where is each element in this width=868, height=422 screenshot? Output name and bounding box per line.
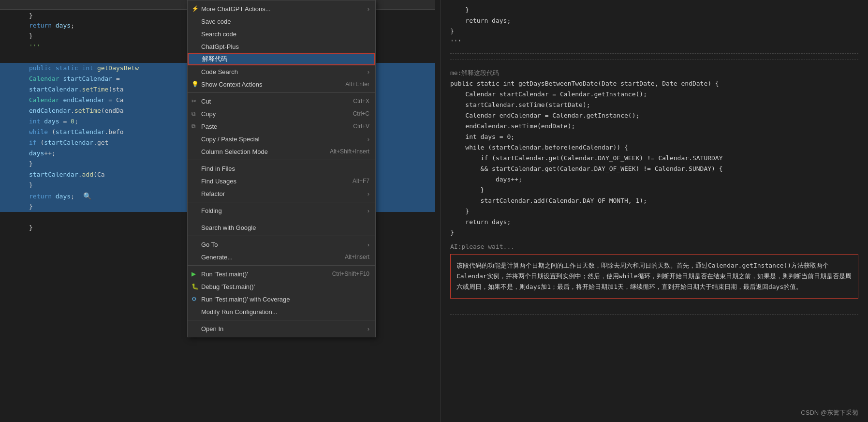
chat-code-content: Calendar startCalendar = Calendar.getIns… xyxy=(450,89,858,100)
chat-code-content: && startCalendar.get(Calendar.DAY_OF_WEE… xyxy=(450,164,858,174)
menu-divider xyxy=(188,265,375,266)
arrow-icon: › xyxy=(368,207,369,214)
menu-label: Generate... xyxy=(201,254,233,261)
ai-waiting-label: AI:please wait... xyxy=(450,243,858,250)
chat-code-content: return days; xyxy=(450,217,858,227)
shortcut-label: Ctrl+V xyxy=(353,123,369,130)
menu-item-explain-code[interactable]: 解释代码 xyxy=(188,53,375,65)
menu-label: Copy / Paste Special xyxy=(201,136,260,143)
context-menu: ⚡ More ChatGPT Actions... › Save code Se… xyxy=(187,0,376,337)
chat-code-content: startCalendar.add(Calendar.DAY_OF_MONTH,… xyxy=(450,196,858,206)
menu-label: 解释代码 xyxy=(202,55,227,63)
menu-label: Debug 'Test.main()' xyxy=(201,283,255,290)
menu-item-paste[interactable]: ⧉ Paste Ctrl+V xyxy=(188,120,375,133)
ai-response-text: 该段代码的功能是计算两个日期之间的工作日天数，即除去周六和周日的天数。首先，通过… xyxy=(456,262,852,290)
arrow-icon: › xyxy=(368,241,369,248)
menu-label: Modify Run Configuration... xyxy=(201,308,278,316)
menu-item-show-context[interactable]: 💡 Show Context Actions Alt+Enter xyxy=(188,78,375,90)
chat-divider xyxy=(450,53,858,54)
menu-label: ChatGpt-Plus xyxy=(201,43,239,50)
menu-item-go-to[interactable]: Go To › xyxy=(188,238,375,251)
run-icon: ▶ xyxy=(191,271,196,277)
menu-label: Column Selection Mode xyxy=(201,148,268,155)
menu-label: Paste xyxy=(201,123,217,130)
menu-label: Go To xyxy=(201,241,218,248)
chat-code-content: } xyxy=(450,206,858,217)
menu-label: Open In xyxy=(201,325,223,332)
chat-code-content: me:解释这段代码 xyxy=(450,68,858,78)
menu-divider xyxy=(188,236,375,236)
menu-item-copy-paste-special[interactable]: Copy / Paste Special › xyxy=(188,133,375,145)
menu-label: Refactor xyxy=(201,190,225,197)
menu-label: More ChatGPT Actions... xyxy=(201,5,271,13)
menu-item-code-search[interactable]: Code Search › xyxy=(188,65,375,78)
menu-item-modify-run[interactable]: Modify Run Configuration... xyxy=(188,305,375,318)
search-icon: 🔍 xyxy=(83,192,91,200)
menu-label: Run 'Test.main()' xyxy=(201,271,248,278)
menu-item-folding[interactable]: Folding › xyxy=(188,204,375,217)
chat-code-content: Calendar endCalendar = Calendar.getInsta… xyxy=(450,110,858,121)
menu-item-copy[interactable]: ⧉ Copy Ctrl+C xyxy=(188,107,375,120)
menu-label: Code Search xyxy=(201,68,238,75)
chat-code-content: days++; xyxy=(450,174,858,185)
watermark: CSDN @东篱下采菊 xyxy=(801,408,858,417)
shortcut-label: Alt+F7 xyxy=(353,178,369,184)
menu-item-search-google[interactable]: Search with Google xyxy=(188,221,375,234)
menu-label: Save code xyxy=(201,18,231,25)
menu-item-run-coverage[interactable]: ⚙ Run 'Test.main()' with Coverage xyxy=(188,293,375,305)
chat-code-content: startCalendar.setTime(startDate); xyxy=(450,100,858,110)
chat-code-content: while (startCalendar.before(endCalendar)… xyxy=(450,142,858,153)
menu-item-run-test[interactable]: ▶ Run 'Test.main()' Ctrl+Shift+F10 xyxy=(188,268,375,280)
copy-icon: ⧉ xyxy=(191,110,196,117)
shortcut-label: Ctrl+Shift+F10 xyxy=(332,271,369,277)
coverage-icon: ⚙ xyxy=(191,296,197,302)
chat-code-content: public static int getDaysBetweenTwoDate(… xyxy=(450,78,858,89)
menu-item-cut[interactable]: ✂ Cut Ctrl+X xyxy=(188,95,375,107)
debug-icon: 🐛 xyxy=(191,283,199,290)
menu-label: Find Usages xyxy=(201,178,236,185)
menu-item-save-code[interactable]: Save code xyxy=(188,15,375,28)
arrow-icon: › xyxy=(368,68,369,75)
arrow-icon: › xyxy=(368,325,369,332)
chat-code-content: endCalendar.setTime(endDate); xyxy=(450,121,858,132)
shortcut-label: Ctrl+C xyxy=(353,110,369,117)
menu-divider xyxy=(188,92,375,93)
lightbulb-icon: 💡 xyxy=(191,81,199,88)
cut-icon: ✂ xyxy=(191,98,196,105)
menu-item-find-in-files[interactable]: Find in Files xyxy=(188,162,375,175)
menu-item-refactor[interactable]: Refactor › xyxy=(188,187,375,200)
chat-code-content: } xyxy=(450,227,858,238)
menu-label: Search with Google xyxy=(201,224,256,231)
menu-label: Find in Files xyxy=(201,165,235,172)
menu-divider xyxy=(188,219,375,219)
menu-label: Folding xyxy=(201,207,222,214)
chat-panel: } return days; } ''' me:解释这段代码 public st… xyxy=(440,0,868,422)
menu-label: Run 'Test.main()' with Coverage xyxy=(201,296,290,303)
chat-code-content: } xyxy=(450,185,858,196)
ai-response-box: 该段代码的功能是计算两个日期之间的工作日天数，即除去周六和周日的天数。首先，通过… xyxy=(450,254,858,299)
menu-item-column-selection[interactable]: Column Selection Mode Alt+Shift+Insert xyxy=(188,145,375,158)
menu-label: Search code xyxy=(201,30,236,38)
arrow-icon: › xyxy=(368,190,369,197)
menu-item-generate[interactable]: Generate... Alt+Insert xyxy=(188,251,375,263)
chatgpt-icon: ⚡ xyxy=(191,5,199,12)
chat-section-divider xyxy=(450,60,858,64)
menu-divider xyxy=(188,160,375,160)
chat-code-display: } return days; } ''' xyxy=(450,5,858,47)
menu-item-open-in[interactable]: Open In › xyxy=(188,322,375,335)
shortcut-label: Alt+Insert xyxy=(345,254,369,260)
chat-bottom-divider xyxy=(450,314,858,315)
chat-code-content: int days = 0; xyxy=(450,132,858,142)
paste-icon: ⧉ xyxy=(191,123,196,130)
arrow-icon: › xyxy=(368,5,369,13)
menu-divider xyxy=(188,202,375,202)
menu-label: Copy xyxy=(201,110,216,118)
menu-item-search-code[interactable]: Search code xyxy=(188,28,375,40)
menu-item-debug-test[interactable]: 🐛 Debug 'Test.main()' xyxy=(188,280,375,293)
menu-item-more-chatgpt[interactable]: ⚡ More ChatGPT Actions... › xyxy=(188,2,375,15)
menu-item-find-usages[interactable]: Find Usages Alt+F7 xyxy=(188,175,375,187)
menu-label: Cut xyxy=(201,98,211,105)
menu-item-chatgpt-plus[interactable]: ChatGpt-Plus xyxy=(188,40,375,53)
shortcut-label: Alt+Enter xyxy=(345,81,369,88)
menu-divider xyxy=(188,320,375,320)
